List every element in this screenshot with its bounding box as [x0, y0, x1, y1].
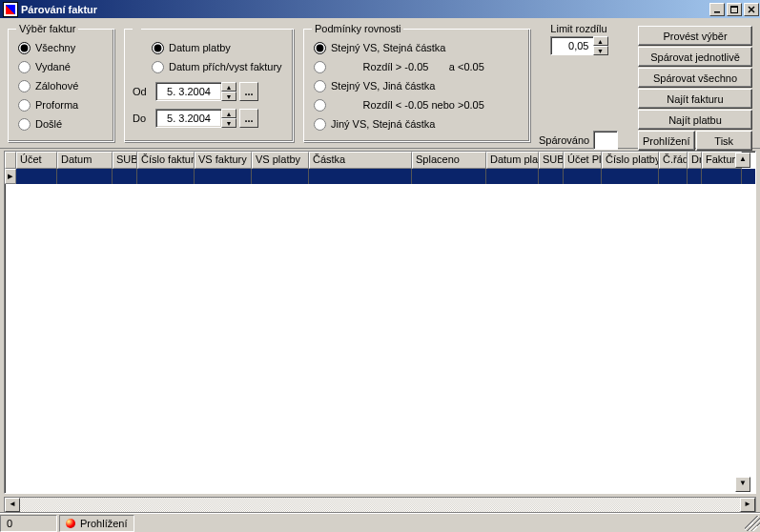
groupbox-podminky: Podmínky rovnosti Stejný VS, Stejná část… — [303, 23, 530, 142]
prohlizeni-button[interactable]: Prohlížení — [638, 131, 695, 151]
date-do-spin-down[interactable]: ▼ — [221, 118, 236, 128]
podm-legend: Podmínky rovnosti — [312, 23, 403, 34]
limit-spin-up[interactable]: ▲ — [593, 36, 608, 46]
grid-cell[interactable] — [702, 169, 742, 184]
column-header[interactable]: Splaceno — [412, 152, 486, 169]
column-header[interactable]: Účet — [16, 152, 57, 169]
column-header[interactable]: Dr — [688, 152, 702, 169]
date-od-spin-down[interactable]: ▼ — [221, 92, 236, 101]
grid-vscroll-down[interactable]: ▼ — [735, 477, 750, 492]
radio-dosle-label: Došlé — [35, 118, 62, 130]
minimize-button[interactable] — [709, 3, 725, 16]
hscroll-left[interactable]: ◄ — [5, 498, 20, 512]
od-label: Od — [133, 86, 155, 97]
radio-podm-0[interactable] — [314, 42, 326, 54]
grid-cell[interactable] — [16, 169, 57, 184]
column-header[interactable]: SUB — [539, 152, 564, 169]
column-header[interactable]: Účet Pl — [564, 152, 602, 169]
radio-vydane-label: Vydané — [35, 61, 71, 72]
data-grid[interactable]: ÚčetDatumSUBČíslo fakturVS fakturyVS pla… — [4, 151, 756, 494]
radio-podm-0-label: Stejný VS, Stejná částka — [331, 42, 445, 53]
column-header[interactable]: Č.řád — [659, 152, 688, 169]
hscroll-right[interactable]: ► — [740, 498, 755, 512]
date-od-input[interactable] — [155, 82, 222, 101]
status-count: 0 — [0, 515, 57, 532]
radio-podm-2[interactable] — [314, 80, 326, 92]
grid-cell[interactable] — [252, 169, 309, 184]
column-header[interactable]: Číslo platby — [602, 152, 659, 169]
titlebar: Párování faktur — [0, 0, 760, 18]
provest-vyber-button[interactable]: Provést výběr — [638, 26, 752, 46]
groupbox-vyber-faktur: Výběr faktur Všechny Vydané Zálohové Pro… — [8, 23, 114, 142]
tisk-button[interactable]: Tisk — [696, 131, 753, 151]
radio-datum-platby-label: Datum platby — [169, 42, 231, 53]
statusbar: 0 Prohlížení — [0, 513, 760, 532]
column-header[interactable]: Datum — [57, 152, 113, 169]
column-header[interactable]: Částka — [309, 152, 412, 169]
vyber-legend: Výběr faktur — [16, 23, 78, 34]
close-button[interactable] — [744, 3, 759, 16]
limit-rozdilu: Limit rozdílu ▲ ▼ — [541, 23, 617, 55]
grid-cell[interactable] — [688, 169, 702, 184]
radio-vydane[interactable] — [18, 61, 31, 73]
limit-input[interactable] — [550, 36, 594, 55]
radio-proforma[interactable] — [18, 99, 31, 112]
column-header[interactable]: VS faktury — [195, 152, 252, 169]
grid-hscrollbar[interactable]: ◄ ► — [4, 497, 756, 513]
radio-podm-4-label: Jiný VS, Stejná částka — [331, 118, 435, 130]
radio-podm-3-label: Rozdíl < -0.05 nebo >0.05 — [331, 99, 484, 111]
radio-datum-faktury-label: Datum přích/vyst faktury — [169, 61, 282, 72]
radio-dosle[interactable] — [18, 118, 31, 131]
column-header[interactable]: Číslo faktur — [137, 152, 195, 169]
grid-cell[interactable] — [412, 169, 486, 184]
sparovat-vsechno-button[interactable]: Spárovat všechno — [638, 68, 752, 88]
grid-cell[interactable] — [564, 169, 602, 184]
grid-cell[interactable] — [195, 169, 252, 184]
date-do-browse[interactable]: ... — [239, 109, 258, 128]
svg-rect-2 — [731, 6, 738, 8]
resize-grip-icon[interactable] — [745, 516, 760, 531]
grid-cell[interactable] — [539, 169, 564, 184]
radio-vsechny-label: Všechny — [35, 42, 75, 53]
najit-platbu-button[interactable]: Najít platbu — [638, 110, 752, 130]
maximize-button[interactable] — [727, 3, 742, 16]
grid-vscroll-up[interactable]: ▲ — [735, 153, 750, 168]
grid-cell[interactable] — [602, 169, 659, 184]
grid-cell[interactable] — [137, 169, 195, 184]
column-header[interactable]: SUB — [113, 152, 137, 169]
radio-podm-3[interactable] — [314, 99, 326, 112]
column-header[interactable]: VS platby — [252, 152, 309, 169]
najit-fakturu-button[interactable]: Najít fakturu — [638, 89, 752, 109]
hscroll-track[interactable] — [20, 498, 740, 512]
status-mode: Prohlížení — [59, 515, 134, 532]
date-od-browse[interactable]: ... — [239, 82, 258, 101]
sparovano-label: Spárováno — [539, 134, 589, 146]
grid-cell[interactable] — [57, 169, 113, 184]
grid-cell[interactable] — [659, 169, 688, 184]
date-do-spin-up[interactable]: ▲ — [221, 109, 236, 118]
radio-vsechny[interactable] — [18, 42, 31, 54]
groupbox-datum: Datum platby Datum přích/vyst faktury Od… — [124, 23, 294, 142]
sparovano-value — [593, 131, 618, 150]
radio-podm-1-label: Rozdíl > -0.05 a <0.05 — [331, 61, 484, 72]
sparovat-jednotlive-button[interactable]: Spárovat jednotlivě — [638, 47, 752, 67]
column-header[interactable]: Datum pla — [486, 152, 539, 169]
radio-datum-platby[interactable] — [152, 42, 164, 54]
radio-podm-1[interactable] — [314, 61, 326, 73]
date-od-spin-up[interactable]: ▲ — [221, 82, 236, 92]
record-dot-icon — [66, 519, 75, 528]
grid-cell[interactable] — [113, 169, 137, 184]
grid-cell[interactable] — [309, 169, 412, 184]
radio-podm-4[interactable] — [314, 118, 326, 131]
row-header-corner[interactable] — [5, 152, 16, 169]
window-title: Párování faktur — [21, 4, 97, 15]
radio-proforma-label: Proforma — [35, 99, 78, 111]
date-do-input[interactable] — [155, 109, 222, 128]
do-label: Do — [133, 113, 155, 124]
limit-label: Limit rozdílu — [541, 23, 617, 34]
limit-spin-down[interactable]: ▼ — [593, 46, 608, 55]
radio-zalohove[interactable] — [18, 80, 31, 92]
radio-datum-faktury[interactable] — [152, 61, 164, 73]
grid-cell[interactable] — [486, 169, 539, 184]
row-indicator[interactable]: ▸ — [5, 169, 16, 184]
